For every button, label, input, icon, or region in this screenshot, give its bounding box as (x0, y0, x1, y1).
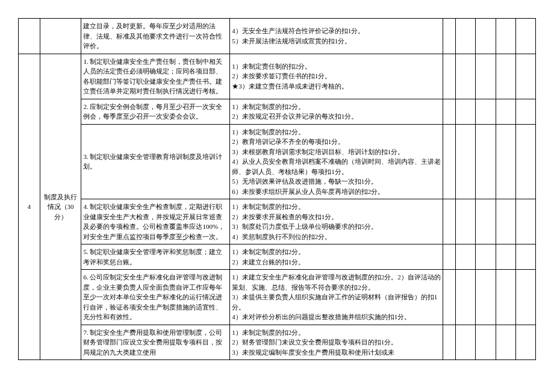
cell-blank (443, 99, 455, 124)
cell-blank (515, 270, 535, 325)
cell-blank (476, 325, 496, 360)
cell-num-empty (19, 19, 40, 54)
cell-blank (456, 199, 476, 244)
cell-blank (515, 19, 535, 54)
cell-blank (456, 124, 476, 199)
table-row: 建立目录，及时更新。每年应至少对适用的法律、法规、标准及其他要求文件进行一次符合… (19, 19, 536, 54)
cell-blank (443, 19, 455, 54)
cell-desc: 7. 制定安全生产费用提取和使用管理制度，公司财务管理部门应设立安全费用提取专项… (81, 325, 230, 360)
table-row: 5. 制定职业健康安全管理考评和奖惩制度；建立考评和奖惩台账。 1）未制定制度的… (19, 244, 536, 270)
cell-blank (515, 199, 535, 244)
table-row: 7. 制定安全生产费用提取和使用管理制度，公司财务管理部门应设立安全费用提取专项… (19, 325, 536, 360)
cell-blank (456, 19, 476, 54)
section-number: 4 (19, 54, 40, 360)
cell-blank (476, 270, 496, 325)
table-row: 2. 应制定安全例会制度，每月至少召开一次安全例会，每季度至少召开一次安委会会议… (19, 99, 536, 124)
section-title: 制度及执行情况（30分） (40, 54, 81, 360)
cell-blank (515, 54, 535, 99)
cell-blank (443, 270, 455, 325)
cell-criteria: 1）未制定责任制的扣2分。 2）未按要求签订责任书的扣1分。 ★3）未建立责任清… (230, 54, 443, 99)
cell-blank (515, 325, 535, 360)
cell-blank (496, 270, 515, 325)
table-row: 6. 公司应制定安全生产标准化自评管理与改进制度，企业主要负责人应全面负责自评工… (19, 270, 536, 325)
cell-desc: 5. 制定职业健康安全管理考评和奖惩制度；建立考评和奖惩台账。 (81, 244, 230, 270)
cell-desc: 2. 应制定安全例会制度，每月至少召开一次安全例会，每季度至少召开一次安委会会议… (81, 99, 230, 124)
cell-blank (443, 244, 455, 270)
cell-blank (496, 19, 515, 54)
cell-criteria: 1）未制定制度的扣2分。 2）未按规定召开会议并记录的每次扣1分。 (230, 99, 443, 124)
cell-desc: 6. 公司应制定安全生产标准化自评管理与改进制度，企业主要负责人应全面负责自评工… (81, 270, 230, 325)
cell-blank (443, 199, 455, 244)
cell-desc: 3. 制定职业健康安全管理教育培训制度及培训计划。 (81, 124, 230, 199)
cell-blank (443, 325, 455, 360)
cell-blank (456, 244, 476, 270)
cell-blank (476, 199, 496, 244)
cell-blank (496, 54, 515, 99)
cell-blank (515, 124, 535, 199)
cell-blank (443, 54, 455, 99)
cell-criteria: 1）未制定制度的扣2分。 2）未按要求开展检查的每次扣1分。 3）制度处罚力度低… (230, 199, 443, 244)
cell-blank (496, 244, 515, 270)
cell-criteria: 1）未制定制度的扣2分。 2）未建立台账的扣1分。 (230, 244, 443, 270)
cell-blank (456, 270, 476, 325)
cell-criteria: 4）无安全生产法规符合性评价记录的扣1分。 5）未开展法律法规培训或宣贯的扣1分… (230, 19, 443, 54)
cell-blank (476, 244, 496, 270)
cell-blank (496, 124, 515, 199)
table-row: 4. 制定职业健康安全生产检查制度，定期进行职业健康安全生产大检查，并按规定开展… (19, 199, 536, 244)
table-row: 4 制度及执行情况（30分） 1. 制定职业健康安全生产责任制，责任制中相关人员… (19, 54, 536, 99)
cell-blank (443, 124, 455, 199)
cell-criteria: 1）未制定制度的扣2分。 2）教育培训记录不齐全的每项扣1分。 3）未根据教育培… (230, 124, 443, 199)
cell-blank (496, 99, 515, 124)
cell-blank (496, 325, 515, 360)
table-row: 3. 制定职业健康安全管理教育培训制度及培训计划。 1）未制定制度的扣2分。 2… (19, 124, 536, 199)
cell-blank (476, 99, 496, 124)
cell-blank (515, 99, 535, 124)
cell-desc: 1. 制定职业健康安全生产责任制，责任制中相关人员的法定责任必须明确规定；应同各… (81, 54, 230, 99)
cell-blank (476, 54, 496, 99)
cell-desc: 建立目录，及时更新。每年应至少对适用的法律、法规、标准及其他要求文件进行一次符合… (81, 19, 230, 54)
cell-cat-empty (40, 19, 81, 54)
cell-blank (476, 124, 496, 199)
cell-blank (476, 19, 496, 54)
cell-criteria: 1）未制定制度的扣2分。 2）财务管理部门未设立安全费用提取专项科目的扣1分。 … (230, 325, 443, 360)
cell-blank (456, 99, 476, 124)
cell-criteria: 1）未建立安全生产标准化自评管理与改进制度的扣2分。2）自评活动的策划、实施、总… (230, 270, 443, 325)
cell-blank (456, 54, 476, 99)
assessment-table: 建立目录，及时更新。每年应至少对适用的法律、法规、标准及其他要求文件进行一次符合… (18, 18, 536, 360)
cell-blank (515, 244, 535, 270)
cell-blank (496, 199, 515, 244)
cell-blank (456, 325, 476, 360)
cell-desc: 4. 制定职业健康安全生产检查制度，定期进行职业健康安全生产大检查，并按规定开展… (81, 199, 230, 244)
